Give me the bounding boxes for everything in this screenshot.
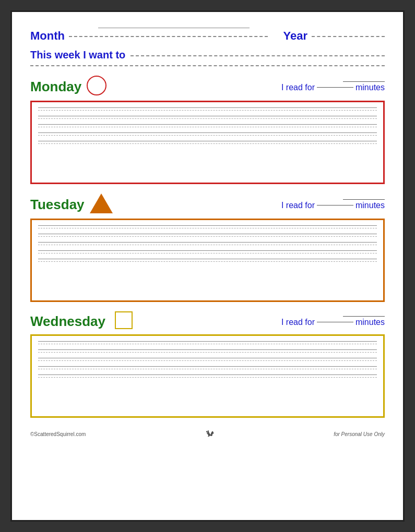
this-week-line xyxy=(131,55,385,56)
minutes-label: minutes xyxy=(355,318,385,327)
tuesday-label: Tuesday xyxy=(30,197,85,213)
this-week-row: This week I want to xyxy=(30,49,385,61)
read-for-row: I read for minutes xyxy=(281,83,385,92)
monday-label: Monday xyxy=(30,79,81,95)
page: Month Year This week I want to Monday I … xyxy=(10,10,405,522)
extra-line xyxy=(30,65,385,66)
this-week-section: This week I want to xyxy=(30,49,385,66)
year-label: Year xyxy=(283,29,308,43)
footer-left: ©ScatteredSquirrel.com xyxy=(30,431,86,437)
monday-writing-box[interactable] xyxy=(30,101,385,184)
month-label: Month xyxy=(30,29,65,43)
wednesday-writing-box[interactable] xyxy=(30,334,385,418)
triangle-icon xyxy=(90,194,113,213)
read-for-top-line xyxy=(343,81,385,82)
read-for-top-line xyxy=(343,199,385,200)
year-line xyxy=(312,36,385,37)
minutes-field[interactable] xyxy=(317,322,353,322)
wednesday-read-for: I read for minutes xyxy=(281,316,385,327)
monday-header: Monday I read for minutes xyxy=(30,76,385,98)
triangle-shape-icon xyxy=(90,194,113,215)
footer: ©ScatteredSquirrel.com 🐿 for Personal Us… xyxy=(30,427,385,439)
month-year-row: Month Year xyxy=(30,29,385,43)
tuesday-section: Tuesday I read for minutes xyxy=(30,194,385,302)
minutes-field[interactable] xyxy=(317,87,353,88)
wednesday-header: Wednesday I read for minutes xyxy=(30,311,385,331)
wednesday-label: Wednesday xyxy=(30,313,105,330)
month-group: Month xyxy=(30,29,268,43)
year-group: Year xyxy=(283,29,385,43)
wednesday-section: Wednesday I read for minutes xyxy=(30,311,385,418)
read-for-row: I read for minutes xyxy=(281,201,385,210)
tuesday-read-for: I read for minutes xyxy=(281,199,385,210)
monday-read-for: I read for minutes xyxy=(281,81,385,92)
circle-shape-icon xyxy=(87,76,106,98)
square-shape-icon xyxy=(115,311,133,331)
tuesday-lines xyxy=(38,225,377,262)
square-icon xyxy=(115,311,133,329)
monday-lines xyxy=(38,107,377,144)
tuesday-header: Tuesday I read for minutes xyxy=(30,194,385,215)
monday-section: Monday I read for minutes xyxy=(30,76,385,184)
read-for-label: I read for xyxy=(281,83,315,92)
read-for-row: I read for minutes xyxy=(281,318,385,327)
circle-icon xyxy=(87,76,106,95)
month-line xyxy=(69,36,268,37)
wednesday-lines xyxy=(38,341,377,378)
read-for-label: I read for xyxy=(281,201,315,210)
this-week-label: This week I want to xyxy=(30,49,125,61)
tuesday-writing-box[interactable] xyxy=(30,219,385,302)
squirrel-icon: 🐿 xyxy=(206,429,214,439)
footer-right: for Personal Use Only xyxy=(334,431,385,437)
minutes-label: minutes xyxy=(355,83,385,92)
read-for-label: I read for xyxy=(281,318,315,327)
minutes-label: minutes xyxy=(355,201,385,210)
read-for-top-line xyxy=(343,316,385,317)
minutes-field[interactable] xyxy=(317,205,353,205)
